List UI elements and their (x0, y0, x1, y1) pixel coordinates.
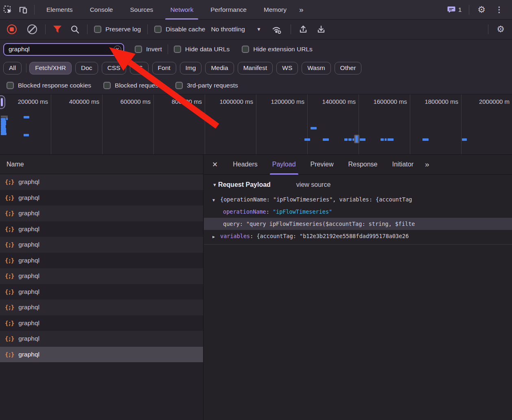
chip-fetch-xhr[interactable]: Fetch/XHR (29, 62, 72, 74)
table-row[interactable]: {;}graphql (0, 253, 203, 269)
table-row[interactable]: {;}graphql (0, 268, 203, 284)
payload-query-line-selected[interactable]: query: "query ipFlowTimeseries($accountT… (204, 218, 512, 230)
payload-variables-line[interactable]: ▶variables: {accountTag: "b12e3b2192ee55… (204, 230, 512, 242)
import-har-icon[interactable] (298, 24, 308, 34)
record-network-log-button[interactable] (7, 24, 17, 34)
table-row-selected[interactable]: {;}graphql (0, 347, 203, 363)
timeline-tick: 400000 ms (69, 98, 99, 105)
chip-font[interactable]: Font (152, 62, 176, 74)
table-row[interactable]: {;}graphql (0, 206, 203, 221)
devtools-tab-bar: Elements Console Sources Network Perform… (0, 0, 512, 20)
issues-bubble-icon (447, 6, 455, 13)
chip-other[interactable]: Other (335, 62, 362, 74)
collapse-triangle-icon[interactable]: ▼ (212, 194, 220, 206)
table-row[interactable]: {;}graphql (0, 300, 203, 315)
third-party-requests-checkbox[interactable] (175, 82, 183, 89)
table-row[interactable]: {;}graphql (0, 190, 203, 206)
network-toolbar: Preserve log Disable cache No throttling… (0, 20, 512, 39)
hide-extension-urls-checkbox[interactable] (242, 46, 249, 53)
detail-tab-payload[interactable]: Payload (265, 155, 303, 175)
tab-elements[interactable]: Elements (38, 0, 81, 20)
name-column-header[interactable]: Name (0, 155, 203, 174)
chip-media[interactable]: Media (205, 62, 234, 74)
key-value-separator: : (240, 221, 246, 227)
table-row[interactable]: {;}graphql (0, 315, 203, 331)
chip-all[interactable]: All (3, 62, 22, 74)
kebab-menu-icon[interactable]: ⋮ (490, 5, 508, 14)
third-party-requests-group: 3rd-party requests (175, 82, 238, 89)
waterfall-bar (360, 138, 365, 141)
detail-tab-preview[interactable]: Preview (303, 155, 341, 175)
payload-operation-line[interactable]: operationName: "ipFlowTimeseries" (204, 206, 512, 218)
filter-zone: ✕ Invert Hide data URLs Hide extension U… (0, 39, 512, 94)
tab-sources[interactable]: Sources (122, 0, 162, 20)
throttling-dropdown[interactable]: No throttling ▼ (211, 26, 261, 33)
payload-summary-text: {operationName: "ipFlowTimeseries", vari… (220, 196, 412, 203)
waterfall-bar (323, 138, 329, 141)
detail-tab-response[interactable]: Response (341, 155, 385, 175)
table-row[interactable]: {;}graphql (0, 237, 203, 253)
chip-wasm[interactable]: Wasm (302, 62, 330, 74)
timeline-column: 1400000 ms (308, 94, 359, 154)
expand-triangle-icon[interactable]: ▶ (212, 231, 220, 242)
chip-css[interactable]: CSS (102, 62, 126, 74)
tab-memory[interactable]: Memory (255, 0, 295, 20)
devtools-window: Elements Console Sources Network Perform… (0, 0, 512, 420)
payload-tree: ▼{operationName: "ipFlowTimeseries", var… (204, 193, 512, 245)
network-settings-gear-icon[interactable]: ⚙ (492, 25, 512, 34)
filter-funnel-icon[interactable] (53, 25, 62, 33)
clear-network-log-icon[interactable] (27, 24, 37, 34)
request-name: graphql (18, 178, 39, 186)
request-name: graphql (18, 304, 39, 311)
third-party-requests-label: 3rd-party requests (187, 82, 238, 89)
invert-checkbox[interactable] (135, 46, 142, 53)
issues-button[interactable]: 1 (443, 6, 466, 13)
network-conditions-icon[interactable] (271, 24, 283, 34)
blocked-requests-checkbox[interactable] (103, 82, 111, 89)
payload-summary-line[interactable]: ▼{operationName: "ipFlowTimeseries", var… (204, 193, 512, 206)
timeline-column: 800000 ms (154, 94, 205, 154)
collapse-triangle-icon[interactable]: ▼ (212, 182, 217, 187)
hide-data-urls-checkbox[interactable] (174, 46, 181, 53)
chip-doc[interactable]: Doc (75, 62, 98, 74)
settings-gear-icon[interactable]: ⚙ (473, 5, 490, 14)
table-row[interactable]: {;}graphql (0, 221, 203, 237)
table-row[interactable]: {;}graphql (0, 331, 203, 347)
waterfall-bar (24, 116, 29, 118)
detail-tab-headers[interactable]: Headers (225, 155, 265, 175)
tab-performance[interactable]: Performance (202, 0, 255, 20)
waterfall-bar (24, 134, 29, 136)
export-har-icon[interactable] (316, 24, 326, 34)
network-overview-timeline[interactable]: 200000 ms 400000 ms 600000 ms 800000 ms … (0, 94, 512, 155)
more-tabs-icon[interactable]: » (295, 5, 307, 14)
chip-ws[interactable]: WS (276, 62, 298, 74)
divider (45, 24, 46, 34)
detail-tab-initiator[interactable]: Initiator (385, 155, 421, 175)
request-name: graphql (18, 257, 39, 264)
waterfall-bar (344, 138, 348, 141)
preserve-log-checkbox[interactable] (94, 26, 101, 33)
clear-filter-icon[interactable]: ✕ (114, 46, 121, 53)
overview-resize-grip[interactable] (0, 95, 5, 109)
close-icon[interactable]: ✕ (204, 160, 225, 169)
blocked-response-cookies-checkbox[interactable] (7, 82, 14, 89)
more-detail-tabs-icon[interactable]: » (421, 160, 433, 169)
filter-input-row: ✕ Invert Hide data URLs Hide extension U… (0, 39, 512, 59)
waterfall-bar (311, 127, 317, 129)
network-filter-input[interactable] (3, 43, 124, 56)
invert-label: Invert (146, 46, 162, 53)
payload-section-title: Request Payload (218, 181, 271, 188)
chip-manifest[interactable]: Manifest (238, 62, 273, 74)
view-source-link[interactable]: view source (296, 181, 330, 188)
chip-img[interactable]: Img (180, 62, 202, 74)
table-row[interactable]: {;}graphql (0, 174, 203, 190)
inspect-element-icon[interactable] (0, 3, 15, 17)
search-icon[interactable] (70, 24, 80, 34)
table-row[interactable]: {;}graphql (0, 284, 203, 300)
device-toolbar-icon[interactable] (15, 3, 31, 17)
chip-js[interactable]: JS (130, 62, 149, 74)
waterfall-bar (385, 138, 387, 141)
tab-console[interactable]: Console (81, 0, 122, 20)
tab-network[interactable]: Network (162, 0, 202, 20)
disable-cache-checkbox[interactable] (154, 26, 162, 33)
